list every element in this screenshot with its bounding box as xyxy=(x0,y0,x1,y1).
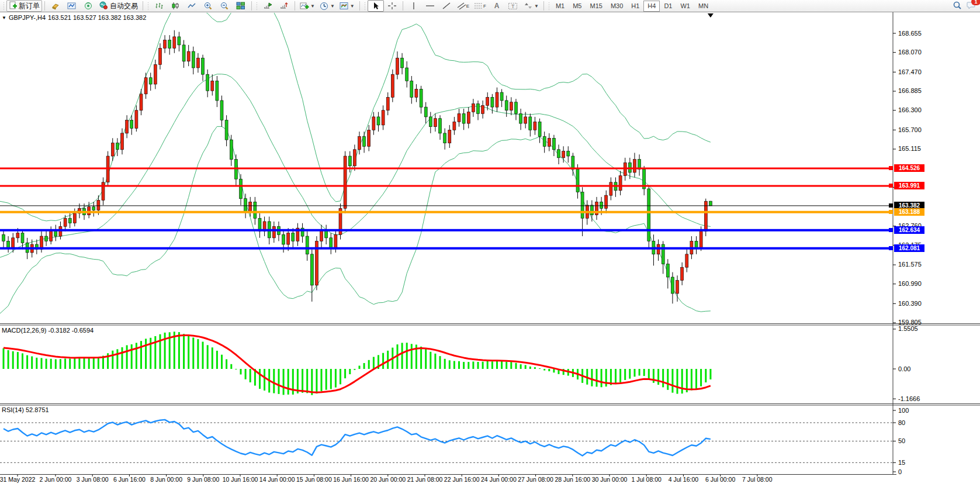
price-level-badge[interactable]: 162.081 xyxy=(894,244,924,252)
date-axis-label: 16 Jun 16:00 xyxy=(333,476,369,483)
price-level-badge[interactable]: 164.526 xyxy=(894,164,924,172)
macd-histogram xyxy=(3,331,712,395)
auto-scroll-button[interactable] xyxy=(259,0,276,12)
date-axis-label: 15 Jun 08:00 xyxy=(296,476,332,483)
svg-text:T: T xyxy=(511,4,515,9)
trading-terminal: 新订单 自动交易 xyxy=(0,0,980,487)
price-axis-tick: 165.700 xyxy=(898,126,922,133)
signals-button[interactable] xyxy=(80,0,96,12)
chevron-down-icon: ▼ xyxy=(350,4,355,9)
timeframe-h1-button[interactable]: H1 xyxy=(627,1,643,12)
toolbar-separator xyxy=(543,1,544,11)
new-order-icon xyxy=(9,1,17,11)
date-axis-label: 1 Jul 08:00 xyxy=(632,476,662,483)
periods-button[interactable]: ▼ xyxy=(317,0,337,12)
timeframe-m1-button[interactable]: M1 xyxy=(552,1,569,12)
toolbar-grip[interactable] xyxy=(2,1,5,11)
arrows-tool-button[interactable]: ▼ xyxy=(521,0,541,12)
symbol-header: ▼ GBPJPY-,H4 163.521 163.527 163.382 163… xyxy=(2,14,146,21)
toolbar-grip[interactable] xyxy=(255,1,258,11)
new-order-label: 新订单 xyxy=(19,1,40,11)
toolbar-separator xyxy=(143,1,143,11)
macd-axis-tick: 1.5505 xyxy=(898,325,918,332)
search-icon[interactable] xyxy=(953,1,962,12)
chart-shift-marker-icon[interactable] xyxy=(708,13,714,18)
rsi-indicator-label: RSI(14) 52.8751 xyxy=(2,406,49,413)
zoom-in-button[interactable] xyxy=(200,0,216,12)
ohlc-values-label: 163.521 163.527 163.382 163.382 xyxy=(48,14,146,21)
fibo-subscript: F xyxy=(483,4,486,9)
line-chart-type-button[interactable] xyxy=(183,0,200,12)
date-axis-label: 4 Jul 16:00 xyxy=(669,476,698,483)
text-tool-glyph: A xyxy=(494,2,500,10)
main-toolbar: 新订单 自动交易 xyxy=(0,0,980,12)
price-level-badge[interactable]: 162.634 xyxy=(894,226,924,234)
date-axis-label: 22 Jun 16:00 xyxy=(444,476,480,483)
one-click-dropdown-icon[interactable]: ▼ xyxy=(2,15,6,20)
price-chart-canvas[interactable] xyxy=(0,12,980,487)
price-level-badge[interactable]: 163.188 xyxy=(894,208,924,216)
timeframe-w1-button[interactable]: W1 xyxy=(676,1,694,12)
zoom-out-button[interactable] xyxy=(216,0,233,12)
date-axis-label: 8 Jun 00:00 xyxy=(150,476,182,483)
vertical-line-tool-button[interactable] xyxy=(406,0,422,12)
channel-tool-button[interactable]: E xyxy=(455,0,472,12)
rsi-axis-tick: 15 xyxy=(898,459,905,466)
timeframe-h4-button[interactable]: H4 xyxy=(643,1,660,12)
date-axis-label: 14 Jun 00:00 xyxy=(259,476,295,483)
toolbar-grip[interactable] xyxy=(548,1,550,11)
candlestick-chart-type-button[interactable] xyxy=(167,0,183,12)
new-order-button[interactable]: 新订单 xyxy=(6,0,42,12)
channel-subscript: E xyxy=(466,4,469,9)
tile-windows-button[interactable] xyxy=(233,0,249,12)
toolbar-grip[interactable] xyxy=(363,1,366,11)
styles-button[interactable] xyxy=(47,0,64,12)
date-axis-label: 6 Jun 16:00 xyxy=(113,476,146,483)
toolbar-separator xyxy=(295,1,295,11)
cursor-tool-button[interactable] xyxy=(368,0,384,12)
templates-button[interactable]: ▼ xyxy=(337,0,357,12)
timeframe-toolbar: M1M5M15M30H1H4D1W1MN xyxy=(552,1,712,12)
chart-shift-button[interactable] xyxy=(276,0,292,12)
chevron-down-icon: ▼ xyxy=(330,4,335,9)
price-axis-tick: 160.390 xyxy=(898,300,922,307)
auto-trading-button[interactable]: 自动交易 xyxy=(96,0,140,12)
date-axis-label: 20 Jun 00:00 xyxy=(370,476,406,483)
rsi-axis-tick: 0 xyxy=(898,468,902,475)
date-axis-label: 6 Jul 00:00 xyxy=(705,476,735,483)
timeframe-m5-button[interactable]: M5 xyxy=(569,1,586,12)
indicators-button[interactable]: ▼ xyxy=(297,0,317,12)
notification-badge: 1 xyxy=(971,0,980,5)
price-axis-tick: 168.070 xyxy=(898,49,922,56)
timeframe-m30-button[interactable]: M30 xyxy=(607,1,627,12)
timeframe-d1-button[interactable]: D1 xyxy=(660,1,676,12)
horizontal-line-tool-button[interactable] xyxy=(422,0,438,12)
symbol-period-label: GBPJPY-,H4 xyxy=(9,14,46,21)
date-axis-label: 24 Jun 00:00 xyxy=(481,476,517,483)
chart-window: ▼ GBPJPY-,H4 163.521 163.527 163.382 163… xyxy=(0,12,980,487)
price-level-badge[interactable]: 163.991 xyxy=(894,182,924,189)
macd-indicator-label: MACD(12,26,9) -0.3182 -0.6594 xyxy=(2,327,94,334)
rsi-axis-tick: 80 xyxy=(898,419,905,426)
toolbar-grip[interactable] xyxy=(147,1,150,11)
price-axis-tick: 167.470 xyxy=(898,68,922,75)
bar-chart-type-button[interactable] xyxy=(151,0,167,12)
date-axis-label: 30 Jun 00:00 xyxy=(592,476,628,483)
toolbar-separator xyxy=(44,1,45,11)
date-axis-label: 9 Jun 08:00 xyxy=(187,476,219,483)
fibonacci-tool-button[interactable]: F xyxy=(472,0,489,12)
date-axis-label: 10 Jun 16:00 xyxy=(223,476,258,483)
text-tool-button[interactable]: A xyxy=(489,0,505,12)
crosshair-tool-button[interactable] xyxy=(384,0,400,12)
profiles-button[interactable] xyxy=(64,0,80,12)
price-axis-tick: 160.990 xyxy=(898,280,922,287)
chevron-down-icon: ▼ xyxy=(310,4,315,9)
notifications-icon[interactable]: 1 xyxy=(967,1,976,12)
timeframe-mn-button[interactable]: MN xyxy=(694,1,712,12)
price-axis-tick: 168.655 xyxy=(898,30,922,37)
timeframe-m15-button[interactable]: M15 xyxy=(586,1,606,12)
text-label-tool-button[interactable]: T xyxy=(505,0,521,12)
toolbar-separator xyxy=(251,1,252,11)
date-axis-label: 27 Jun 08:00 xyxy=(518,476,553,483)
trendline-tool-button[interactable] xyxy=(438,0,455,12)
